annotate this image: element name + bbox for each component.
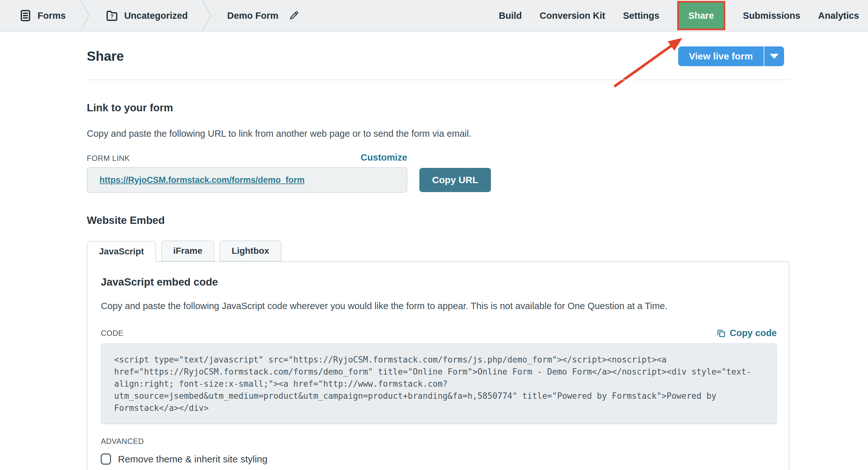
chevron-separator-icon: [80, 0, 91, 31]
chevron-separator-icon: [202, 0, 213, 31]
copy-url-button[interactable]: Copy URL: [420, 168, 491, 192]
link-section-description: Copy and paste the following URL to link…: [87, 128, 789, 139]
form-name-label: Demo Form: [227, 10, 278, 21]
pencil-icon[interactable]: [288, 10, 300, 21]
svg-text:?: ?: [110, 13, 114, 20]
remove-theme-label[interactable]: Remove theme & inherit site styling: [118, 454, 268, 465]
view-live-form-label[interactable]: View live form: [678, 46, 764, 66]
nav-conversion-kit[interactable]: Conversion Kit: [539, 10, 605, 21]
nav-submissions[interactable]: Submissions: [743, 10, 801, 21]
primary-nav: Build Conversion Kit Settings Share Subm…: [499, 0, 859, 31]
embed-code-block[interactable]: <script type="text/javascript" src="http…: [101, 343, 777, 424]
divider: [87, 80, 789, 80]
advanced-label: ADVANCED: [101, 437, 777, 446]
form-link-label: FORM LINK: [87, 154, 130, 163]
top-bar: Forms ? Uncategorized: [0, 0, 868, 32]
page-title: Share: [87, 49, 124, 64]
breadcrumb-uncategorized[interactable]: ? Uncategorized: [105, 9, 188, 22]
breadcrumb-label: Uncategorized: [124, 10, 188, 21]
nav-analytics[interactable]: Analytics: [818, 10, 859, 21]
remove-theme-checkbox[interactable]: [101, 453, 111, 465]
form-url-link[interactable]: https://RyjoCSM.formstack.com/forms/demo…: [99, 175, 305, 185]
view-live-form-dropdown[interactable]: [764, 46, 784, 66]
breadcrumb: Forms ? Uncategorized: [19, 0, 300, 31]
copy-icon: [716, 328, 726, 338]
embed-section-title: Website Embed: [87, 214, 789, 226]
breadcrumb-label: Forms: [37, 10, 66, 21]
share-page: Forms ? Uncategorized: [0, 0, 868, 470]
remove-theme-option: Remove theme & inherit site styling: [101, 453, 777, 465]
caret-down-icon: [770, 54, 779, 59]
link-section-title: Link to your form: [87, 102, 789, 114]
customize-link[interactable]: Customize: [361, 152, 407, 163]
embed-tabs: JavaScript iFrame Lightbox: [87, 241, 789, 261]
nav-build[interactable]: Build: [499, 10, 522, 21]
tab-javascript[interactable]: JavaScript: [87, 241, 156, 262]
copy-code-label: Copy code: [730, 328, 777, 338]
tab-iframe[interactable]: iFrame: [161, 241, 215, 261]
nav-settings[interactable]: Settings: [623, 10, 659, 21]
embed-panel-description: Copy and paste the following JavaScript …: [101, 301, 777, 311]
forms-icon: [19, 9, 32, 22]
nav-share-active[interactable]: Share: [677, 1, 725, 30]
code-label: CODE: [101, 329, 123, 338]
folder-question-icon: ?: [105, 9, 119, 22]
embed-panel-title: JavaScript embed code: [101, 276, 777, 288]
breadcrumb-form-name: Demo Form: [227, 10, 299, 21]
main-content: Share View live form Link to your form C…: [87, 32, 789, 470]
view-live-form-button: View live form: [678, 46, 784, 66]
breadcrumb-forms[interactable]: Forms: [19, 9, 66, 22]
embed-panel: JavaScript embed code Copy and paste the…: [87, 261, 789, 470]
form-link-field[interactable]: https://RyjoCSM.formstack.com/forms/demo…: [87, 167, 407, 193]
tab-lightbox[interactable]: Lightbox: [219, 241, 281, 261]
copy-code-button[interactable]: Copy code: [716, 328, 777, 338]
